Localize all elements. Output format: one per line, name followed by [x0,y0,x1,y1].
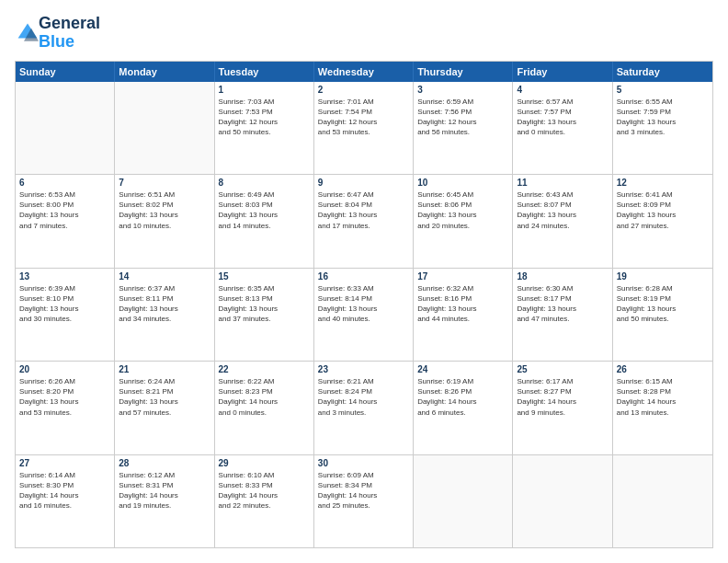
day-info: Sunrise: 6:22 AM Sunset: 8:23 PM Dayligh… [219,376,310,418]
calendar-cell: 27Sunrise: 6:14 AM Sunset: 8:30 PM Dayli… [16,455,115,547]
calendar-cell [414,455,513,547]
day-info: Sunrise: 6:17 AM Sunset: 8:27 PM Dayligh… [517,376,608,418]
calendar-row-2: 6Sunrise: 6:53 AM Sunset: 8:00 PM Daylig… [16,174,712,267]
day-number: 3 [417,85,508,95]
day-info: Sunrise: 6:33 AM Sunset: 8:14 PM Dayligh… [318,283,409,325]
calendar-cell: 1Sunrise: 7:03 AM Sunset: 7:53 PM Daylig… [215,82,314,174]
calendar-cell: 13Sunrise: 6:39 AM Sunset: 8:10 PM Dayli… [16,269,115,361]
day-number: 29 [219,458,310,468]
day-number: 4 [517,85,608,95]
calendar-cell: 8Sunrise: 6:49 AM Sunset: 8:03 PM Daylig… [215,175,314,267]
day-number: 28 [119,458,210,468]
day-number: 8 [219,178,310,188]
calendar-cell: 3Sunrise: 6:59 AM Sunset: 7:56 PM Daylig… [414,82,513,174]
day-number: 16 [318,271,409,282]
day-info: Sunrise: 6:49 AM Sunset: 8:03 PM Dayligh… [219,190,310,231]
day-number: 15 [219,271,310,282]
calendar-cell: 18Sunrise: 6:30 AM Sunset: 8:17 PM Dayli… [513,269,612,361]
day-info: Sunrise: 6:47 AM Sunset: 8:04 PM Dayligh… [318,190,409,231]
calendar-cell: 11Sunrise: 6:43 AM Sunset: 8:07 PM Dayli… [513,175,612,267]
day-number: 30 [318,458,409,468]
day-info: Sunrise: 7:03 AM Sunset: 7:53 PM Dayligh… [219,97,310,138]
weekday-header-saturday: Saturday [613,62,712,82]
weekday-header-wednesday: Wednesday [314,62,414,82]
calendar-cell: 25Sunrise: 6:17 AM Sunset: 8:27 PM Dayli… [513,362,612,454]
day-number: 22 [219,364,310,374]
calendar-cell: 28Sunrise: 6:12 AM Sunset: 8:31 PM Dayli… [115,455,214,547]
calendar-cell: 22Sunrise: 6:22 AM Sunset: 8:23 PM Dayli… [215,362,314,454]
day-info: Sunrise: 6:10 AM Sunset: 8:33 PM Dayligh… [219,470,310,511]
day-info: Sunrise: 6:32 AM Sunset: 8:16 PM Dayligh… [417,283,508,325]
calendar-cell [613,455,712,547]
day-number: 2 [318,85,409,95]
day-info: Sunrise: 6:24 AM Sunset: 8:21 PM Dayligh… [119,376,210,418]
day-number: 11 [517,178,608,188]
day-info: Sunrise: 6:14 AM Sunset: 8:30 PM Dayligh… [19,470,110,511]
day-info: Sunrise: 6:26 AM Sunset: 8:20 PM Dayligh… [19,376,110,418]
calendar-cell: 26Sunrise: 6:15 AM Sunset: 8:28 PM Dayli… [613,362,712,454]
day-info: Sunrise: 6:59 AM Sunset: 7:56 PM Dayligh… [417,97,508,138]
calendar-row-4: 20Sunrise: 6:26 AM Sunset: 8:20 PM Dayli… [16,361,712,454]
logo-text: General Blue [39,15,100,52]
day-number: 24 [417,364,508,374]
calendar-cell: 29Sunrise: 6:10 AM Sunset: 8:33 PM Dayli… [215,455,314,547]
day-info: Sunrise: 6:43 AM Sunset: 8:07 PM Dayligh… [517,190,608,231]
calendar-header: SundayMondayTuesdayWednesdayThursdayFrid… [16,62,712,82]
weekday-header-tuesday: Tuesday [215,62,314,82]
day-info: Sunrise: 6:53 AM Sunset: 8:00 PM Dayligh… [19,190,110,231]
day-number: 21 [119,364,210,374]
calendar-cell: 17Sunrise: 6:32 AM Sunset: 8:16 PM Dayli… [414,269,513,361]
day-info: Sunrise: 6:37 AM Sunset: 8:11 PM Dayligh… [119,283,210,325]
calendar-cell: 30Sunrise: 6:09 AM Sunset: 8:34 PM Dayli… [314,455,414,547]
day-info: Sunrise: 6:30 AM Sunset: 8:17 PM Dayligh… [517,283,608,325]
calendar: SundayMondayTuesdayWednesdayThursdayFrid… [15,61,713,548]
calendar-cell: 7Sunrise: 6:51 AM Sunset: 8:02 PM Daylig… [115,175,214,267]
day-info: Sunrise: 6:09 AM Sunset: 8:34 PM Dayligh… [318,470,409,511]
day-number: 20 [19,364,110,374]
day-info: Sunrise: 6:35 AM Sunset: 8:13 PM Dayligh… [219,283,310,325]
weekday-header-friday: Friday [513,62,612,82]
day-info: Sunrise: 6:12 AM Sunset: 8:31 PM Dayligh… [119,470,210,511]
day-info: Sunrise: 6:45 AM Sunset: 8:06 PM Dayligh… [417,190,508,231]
calendar-cell: 16Sunrise: 6:33 AM Sunset: 8:14 PM Dayli… [314,269,414,361]
day-info: Sunrise: 6:19 AM Sunset: 8:26 PM Dayligh… [417,376,508,418]
weekday-header-thursday: Thursday [414,62,513,82]
calendar-cell [16,82,115,174]
day-number: 10 [417,178,508,188]
page: General Blue SundayMondayTuesdayWednesda… [0,0,728,563]
calendar-row-3: 13Sunrise: 6:39 AM Sunset: 8:10 PM Dayli… [16,268,712,361]
day-info: Sunrise: 6:51 AM Sunset: 8:02 PM Dayligh… [119,190,210,231]
calendar-cell: 6Sunrise: 6:53 AM Sunset: 8:00 PM Daylig… [16,175,115,267]
calendar-cell [115,82,214,174]
day-info: Sunrise: 6:57 AM Sunset: 7:57 PM Dayligh… [517,97,608,138]
calendar-cell: 24Sunrise: 6:19 AM Sunset: 8:26 PM Dayli… [414,362,513,454]
calendar-cell: 5Sunrise: 6:55 AM Sunset: 7:59 PM Daylig… [613,82,712,174]
calendar-cell: 23Sunrise: 6:21 AM Sunset: 8:24 PM Dayli… [314,362,414,454]
weekday-header-sunday: Sunday [16,62,115,82]
calendar-cell: 4Sunrise: 6:57 AM Sunset: 7:57 PM Daylig… [513,82,612,174]
calendar-cell: 20Sunrise: 6:26 AM Sunset: 8:20 PM Dayli… [16,362,115,454]
day-number: 18 [517,271,608,282]
day-info: Sunrise: 6:28 AM Sunset: 8:19 PM Dayligh… [617,283,709,325]
calendar-cell: 12Sunrise: 6:41 AM Sunset: 8:09 PM Dayli… [613,175,712,267]
day-info: Sunrise: 6:15 AM Sunset: 8:28 PM Dayligh… [617,376,709,418]
weekday-header-monday: Monday [115,62,214,82]
calendar-body: 1Sunrise: 7:03 AM Sunset: 7:53 PM Daylig… [16,82,712,547]
day-number: 7 [119,178,210,188]
day-number: 19 [617,271,709,282]
calendar-row-5: 27Sunrise: 6:14 AM Sunset: 8:30 PM Dayli… [16,454,712,547]
day-number: 5 [617,85,709,95]
day-number: 23 [318,364,409,374]
day-number: 26 [617,364,709,374]
day-number: 1 [219,85,310,95]
day-number: 27 [19,458,110,468]
calendar-cell: 10Sunrise: 6:45 AM Sunset: 8:06 PM Dayli… [414,175,513,267]
calendar-cell: 9Sunrise: 6:47 AM Sunset: 8:04 PM Daylig… [314,175,414,267]
day-number: 13 [19,271,110,282]
day-info: Sunrise: 6:41 AM Sunset: 8:09 PM Dayligh… [617,190,709,231]
day-info: Sunrise: 6:21 AM Sunset: 8:24 PM Dayligh… [318,376,409,418]
day-info: Sunrise: 6:39 AM Sunset: 8:10 PM Dayligh… [19,283,110,325]
day-info: Sunrise: 6:55 AM Sunset: 7:59 PM Dayligh… [617,97,709,138]
day-number: 12 [617,178,709,188]
day-number: 25 [517,364,608,374]
